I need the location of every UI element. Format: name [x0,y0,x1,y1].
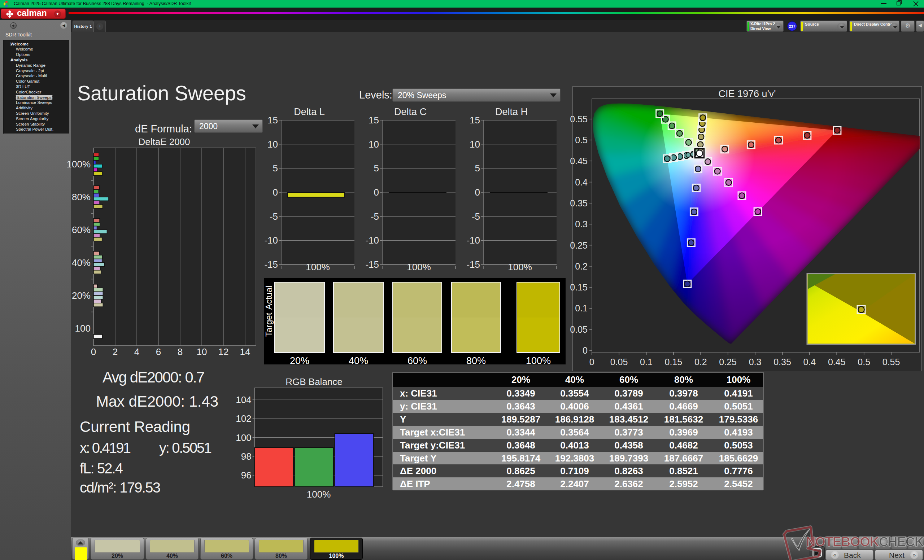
svg-text:0.3: 0.3 [575,219,588,229]
svg-text:0.4: 0.4 [804,357,816,367]
svg-text:0: 0 [374,187,379,198]
svg-text:8: 8 [178,346,183,357]
svg-text:12: 12 [218,346,229,357]
svg-text:100%: 100% [407,262,431,273]
svg-text:5: 5 [475,163,480,174]
svg-text:0: 0 [582,345,588,355]
svg-text:0.2: 0.2 [575,261,588,271]
svg-text:0.45: 0.45 [828,357,846,367]
svg-text:96: 96 [241,470,252,481]
svg-text:0.4: 0.4 [575,177,588,187]
svg-text:0: 0 [590,357,594,367]
svg-text:-5: -5 [472,211,480,222]
svg-text:0.1: 0.1 [640,357,652,367]
svg-text:0.1: 0.1 [575,303,588,313]
svg-text:-10: -10 [264,235,278,246]
svg-text:0.15: 0.15 [665,357,682,367]
svg-text:5: 5 [374,163,379,174]
svg-text:0.35: 0.35 [774,357,791,367]
svg-text:0.55: 0.55 [570,114,588,124]
svg-text:0.55: 0.55 [882,357,900,367]
svg-text:-5: -5 [370,211,379,222]
svg-text:Current Reading: Current Reading [80,418,190,435]
svg-text:-15: -15 [264,259,278,270]
svg-text:fL: 52.4: fL: 52.4 [80,460,123,476]
svg-text:0.15: 0.15 [570,282,588,292]
svg-text:-10: -10 [466,235,480,246]
svg-text:-10: -10 [365,235,379,246]
svg-text:0.45: 0.45 [570,156,588,166]
svg-text:100%: 100% [508,262,532,273]
svg-text:102: 102 [236,413,251,424]
svg-text:100%: 100% [67,159,91,169]
svg-text:40%: 40% [72,257,91,268]
svg-text:Actual: Actual [264,286,274,310]
svg-text:-5: -5 [270,211,278,222]
svg-text:10: 10 [470,139,480,150]
svg-text:10: 10 [267,139,278,150]
svg-text:Saturation Sweeps: Saturation Sweeps [77,82,246,105]
svg-text:98: 98 [241,451,252,462]
svg-text:0.5: 0.5 [858,357,870,367]
svg-text:20%: 20% [72,290,91,301]
svg-text:0.05: 0.05 [570,324,588,334]
svg-text:6: 6 [156,346,161,357]
svg-text:100%: 100% [307,489,331,500]
svg-text:100: 100 [75,323,91,334]
svg-text:0.5: 0.5 [575,135,588,145]
svg-text:-15: -15 [466,259,480,270]
svg-text:0.05: 0.05 [610,357,628,367]
svg-text:14: 14 [240,346,250,357]
svg-text:cd/m²: 179.53: cd/m²: 179.53 [80,479,160,496]
svg-text:2: 2 [112,346,118,357]
svg-text:0: 0 [273,187,278,198]
svg-text:100: 100 [236,432,251,443]
svg-text:0.35: 0.35 [570,198,588,208]
svg-text:Target: Target [264,313,274,337]
svg-text:5: 5 [273,163,278,174]
svg-text:Max dE2000: 1.43: Max dE2000: 1.43 [96,393,218,410]
svg-text:4: 4 [134,346,140,357]
svg-text:100%: 100% [306,262,330,273]
svg-text:-15: -15 [365,259,379,270]
svg-text:104: 104 [236,394,251,405]
svg-text:0.2: 0.2 [694,357,707,367]
svg-text:10: 10 [369,139,379,150]
svg-text:y: 0.5051: y: 0.5051 [159,440,212,456]
svg-text:0: 0 [91,346,96,357]
svg-text:CIE 1976 u'v': CIE 1976 u'v' [718,88,776,99]
svg-text:Avg dE2000: 0.7: Avg dE2000: 0.7 [102,369,205,386]
svg-text:0.25: 0.25 [719,357,736,367]
svg-text:0: 0 [475,187,480,198]
svg-text:0.25: 0.25 [570,240,588,250]
svg-text:x: 0.4191: x: 0.4191 [80,440,131,456]
svg-text:0.3: 0.3 [749,357,762,367]
svg-text:80%: 80% [72,192,91,202]
svg-text:10: 10 [197,346,207,357]
svg-text:60%: 60% [72,225,91,235]
